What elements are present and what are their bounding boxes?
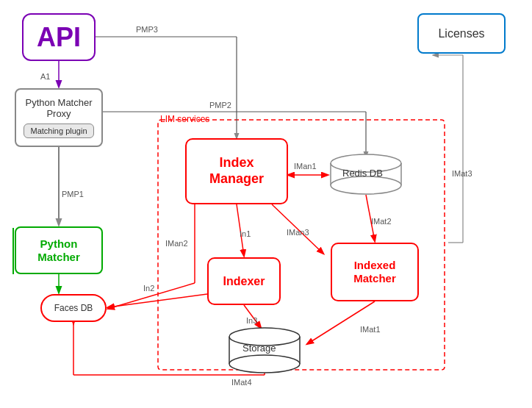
pmp-box: Python MatcherProxy Matching plugin	[15, 88, 103, 147]
licenses-box: Licenses	[417, 13, 506, 54]
indexed-matcher-box: IndexedMatcher	[331, 243, 419, 301]
svg-text:PMP2: PMP2	[209, 101, 231, 110]
indexer-box: Indexer	[207, 257, 281, 305]
svg-text:A1: A1	[40, 72, 50, 81]
svg-point-44	[331, 176, 401, 194]
python-matcher-label: PythonMatcher	[37, 237, 80, 264]
index-manager-box: IndexManager	[185, 138, 288, 204]
indexed-matcher-label: IndexedMatcher	[353, 259, 396, 285]
svg-text:IMat2: IMat2	[371, 217, 392, 226]
faces-db-label: Faces DB	[54, 303, 93, 313]
svg-text:IMan1: IMan1	[294, 162, 317, 171]
index-manager-label: IndexManager	[209, 155, 264, 187]
svg-text:IMat1: IMat1	[360, 325, 381, 334]
redis-db-label: Redis DB	[342, 168, 383, 179]
svg-text:In3: In3	[246, 316, 257, 325]
svg-text:IMat3: IMat3	[452, 169, 472, 178]
faces-db-box: Faces DB	[40, 294, 107, 322]
svg-text:In1: In1	[240, 229, 251, 238]
lim-services-label: LIM services	[160, 114, 209, 124]
pmp-title: Python MatcherProxy	[25, 97, 92, 119]
svg-text:IMan3: IMan3	[287, 228, 309, 237]
diagram: A1 PMP3 PMP1 PMP2 IMan1 IMan2 IMan3 In1 …	[0, 0, 532, 408]
licenses-label: Licenses	[438, 27, 484, 40]
api-label: API	[37, 22, 81, 53]
svg-line-24	[307, 301, 375, 344]
svg-text:In2: In2	[143, 284, 154, 293]
matching-plugin: Matching plugin	[24, 124, 93, 138]
svg-text:IMan2: IMan2	[165, 239, 188, 248]
svg-text:IMat4: IMat4	[231, 378, 252, 387]
svg-text:PMP3: PMP3	[136, 25, 158, 34]
storage-label: Storage	[242, 343, 276, 354]
indexer-label: Indexer	[223, 275, 265, 288]
python-matcher-box: PythonMatcher	[15, 226, 103, 274]
svg-point-40	[229, 355, 300, 373]
svg-text:PMP1: PMP1	[62, 190, 84, 198]
api-box: API	[22, 13, 96, 61]
